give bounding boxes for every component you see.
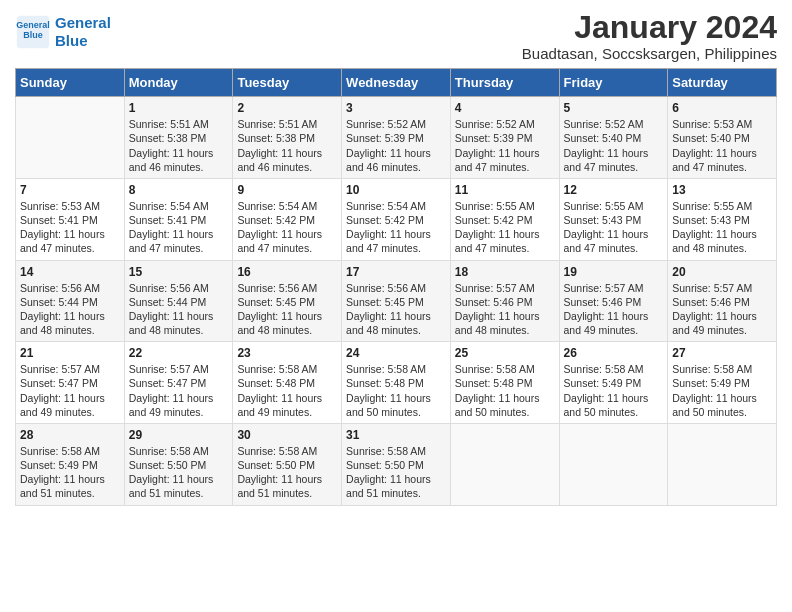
calendar-cell: 24Sunrise: 5:58 AM Sunset: 5:48 PM Dayli… [342, 342, 451, 424]
header-wednesday: Wednesday [342, 69, 451, 97]
day-info: Sunrise: 5:55 AM Sunset: 5:42 PM Dayligh… [455, 199, 555, 256]
calendar-cell: 3Sunrise: 5:52 AM Sunset: 5:39 PM Daylig… [342, 97, 451, 179]
day-info: Sunrise: 5:57 AM Sunset: 5:46 PM Dayligh… [672, 281, 772, 338]
calendar-cell: 17Sunrise: 5:56 AM Sunset: 5:45 PM Dayli… [342, 260, 451, 342]
week-row-4: 28Sunrise: 5:58 AM Sunset: 5:49 PM Dayli… [16, 423, 777, 505]
day-info: Sunrise: 5:58 AM Sunset: 5:49 PM Dayligh… [672, 362, 772, 419]
day-info: Sunrise: 5:56 AM Sunset: 5:44 PM Dayligh… [129, 281, 229, 338]
calendar-cell: 22Sunrise: 5:57 AM Sunset: 5:47 PM Dayli… [124, 342, 233, 424]
day-info: Sunrise: 5:58 AM Sunset: 5:50 PM Dayligh… [129, 444, 229, 501]
calendar-cell: 19Sunrise: 5:57 AM Sunset: 5:46 PM Dayli… [559, 260, 668, 342]
calendar-cell: 23Sunrise: 5:58 AM Sunset: 5:48 PM Dayli… [233, 342, 342, 424]
day-info: Sunrise: 5:57 AM Sunset: 5:47 PM Dayligh… [20, 362, 120, 419]
calendar-cell: 28Sunrise: 5:58 AM Sunset: 5:49 PM Dayli… [16, 423, 125, 505]
day-info: Sunrise: 5:51 AM Sunset: 5:38 PM Dayligh… [129, 117, 229, 174]
calendar-cell [450, 423, 559, 505]
day-info: Sunrise: 5:53 AM Sunset: 5:40 PM Dayligh… [672, 117, 772, 174]
calendar-cell: 12Sunrise: 5:55 AM Sunset: 5:43 PM Dayli… [559, 178, 668, 260]
calendar-cell: 5Sunrise: 5:52 AM Sunset: 5:40 PM Daylig… [559, 97, 668, 179]
svg-text:General: General [16, 20, 50, 30]
day-info: Sunrise: 5:56 AM Sunset: 5:44 PM Dayligh… [20, 281, 120, 338]
day-number: 30 [237, 428, 337, 442]
week-row-3: 21Sunrise: 5:57 AM Sunset: 5:47 PM Dayli… [16, 342, 777, 424]
header-thursday: Thursday [450, 69, 559, 97]
header-row: SundayMondayTuesdayWednesdayThursdayFrid… [16, 69, 777, 97]
day-info: Sunrise: 5:58 AM Sunset: 5:48 PM Dayligh… [455, 362, 555, 419]
calendar-table: SundayMondayTuesdayWednesdayThursdayFrid… [15, 68, 777, 505]
header-saturday: Saturday [668, 69, 777, 97]
day-number: 19 [564, 265, 664, 279]
day-number: 27 [672, 346, 772, 360]
calendar-cell: 16Sunrise: 5:56 AM Sunset: 5:45 PM Dayli… [233, 260, 342, 342]
day-number: 8 [129, 183, 229, 197]
day-number: 7 [20, 183, 120, 197]
header-tuesday: Tuesday [233, 69, 342, 97]
day-number: 11 [455, 183, 555, 197]
calendar-cell: 25Sunrise: 5:58 AM Sunset: 5:48 PM Dayli… [450, 342, 559, 424]
calendar-cell: 1Sunrise: 5:51 AM Sunset: 5:38 PM Daylig… [124, 97, 233, 179]
day-number: 15 [129, 265, 229, 279]
calendar-cell: 20Sunrise: 5:57 AM Sunset: 5:46 PM Dayli… [668, 260, 777, 342]
day-info: Sunrise: 5:58 AM Sunset: 5:50 PM Dayligh… [346, 444, 446, 501]
day-info: Sunrise: 5:52 AM Sunset: 5:39 PM Dayligh… [455, 117, 555, 174]
day-number: 3 [346, 101, 446, 115]
calendar-cell [668, 423, 777, 505]
logo-text: General Blue [55, 14, 111, 50]
day-info: Sunrise: 5:57 AM Sunset: 5:47 PM Dayligh… [129, 362, 229, 419]
calendar-cell: 21Sunrise: 5:57 AM Sunset: 5:47 PM Dayli… [16, 342, 125, 424]
calendar-cell: 4Sunrise: 5:52 AM Sunset: 5:39 PM Daylig… [450, 97, 559, 179]
calendar-cell: 8Sunrise: 5:54 AM Sunset: 5:41 PM Daylig… [124, 178, 233, 260]
calendar-cell: 13Sunrise: 5:55 AM Sunset: 5:43 PM Dayli… [668, 178, 777, 260]
day-info: Sunrise: 5:53 AM Sunset: 5:41 PM Dayligh… [20, 199, 120, 256]
day-number: 26 [564, 346, 664, 360]
calendar-cell: 7Sunrise: 5:53 AM Sunset: 5:41 PM Daylig… [16, 178, 125, 260]
week-row-0: 1Sunrise: 5:51 AM Sunset: 5:38 PM Daylig… [16, 97, 777, 179]
day-number: 10 [346, 183, 446, 197]
day-info: Sunrise: 5:54 AM Sunset: 5:42 PM Dayligh… [237, 199, 337, 256]
logo-icon: General Blue [15, 14, 51, 50]
day-number: 20 [672, 265, 772, 279]
day-number: 1 [129, 101, 229, 115]
calendar-cell: 27Sunrise: 5:58 AM Sunset: 5:49 PM Dayli… [668, 342, 777, 424]
day-number: 25 [455, 346, 555, 360]
day-info: Sunrise: 5:51 AM Sunset: 5:38 PM Dayligh… [237, 117, 337, 174]
day-number: 28 [20, 428, 120, 442]
header-sunday: Sunday [16, 69, 125, 97]
week-row-2: 14Sunrise: 5:56 AM Sunset: 5:44 PM Dayli… [16, 260, 777, 342]
calendar-cell [559, 423, 668, 505]
day-number: 13 [672, 183, 772, 197]
day-number: 2 [237, 101, 337, 115]
day-number: 17 [346, 265, 446, 279]
day-info: Sunrise: 5:56 AM Sunset: 5:45 PM Dayligh… [346, 281, 446, 338]
day-info: Sunrise: 5:54 AM Sunset: 5:42 PM Dayligh… [346, 199, 446, 256]
day-info: Sunrise: 5:58 AM Sunset: 5:48 PM Dayligh… [237, 362, 337, 419]
calendar-cell: 6Sunrise: 5:53 AM Sunset: 5:40 PM Daylig… [668, 97, 777, 179]
day-number: 4 [455, 101, 555, 115]
calendar-body: 1Sunrise: 5:51 AM Sunset: 5:38 PM Daylig… [16, 97, 777, 505]
day-number: 23 [237, 346, 337, 360]
week-row-1: 7Sunrise: 5:53 AM Sunset: 5:41 PM Daylig… [16, 178, 777, 260]
day-info: Sunrise: 5:58 AM Sunset: 5:48 PM Dayligh… [346, 362, 446, 419]
day-number: 9 [237, 183, 337, 197]
day-info: Sunrise: 5:55 AM Sunset: 5:43 PM Dayligh… [672, 199, 772, 256]
calendar-cell: 26Sunrise: 5:58 AM Sunset: 5:49 PM Dayli… [559, 342, 668, 424]
day-number: 22 [129, 346, 229, 360]
day-info: Sunrise: 5:54 AM Sunset: 5:41 PM Dayligh… [129, 199, 229, 256]
day-info: Sunrise: 5:57 AM Sunset: 5:46 PM Dayligh… [455, 281, 555, 338]
day-number: 31 [346, 428, 446, 442]
day-number: 24 [346, 346, 446, 360]
calendar-cell: 31Sunrise: 5:58 AM Sunset: 5:50 PM Dayli… [342, 423, 451, 505]
calendar-cell: 14Sunrise: 5:56 AM Sunset: 5:44 PM Dayli… [16, 260, 125, 342]
day-info: Sunrise: 5:58 AM Sunset: 5:50 PM Dayligh… [237, 444, 337, 501]
calendar-cell: 9Sunrise: 5:54 AM Sunset: 5:42 PM Daylig… [233, 178, 342, 260]
day-number: 6 [672, 101, 772, 115]
calendar-cell: 15Sunrise: 5:56 AM Sunset: 5:44 PM Dayli… [124, 260, 233, 342]
header-friday: Friday [559, 69, 668, 97]
calendar-cell: 30Sunrise: 5:58 AM Sunset: 5:50 PM Dayli… [233, 423, 342, 505]
day-info: Sunrise: 5:58 AM Sunset: 5:49 PM Dayligh… [20, 444, 120, 501]
day-number: 5 [564, 101, 664, 115]
logo-line2: Blue [55, 32, 88, 49]
day-number: 18 [455, 265, 555, 279]
svg-text:Blue: Blue [23, 30, 43, 40]
page-header: General Blue General Blue January 2024 B… [15, 10, 777, 62]
